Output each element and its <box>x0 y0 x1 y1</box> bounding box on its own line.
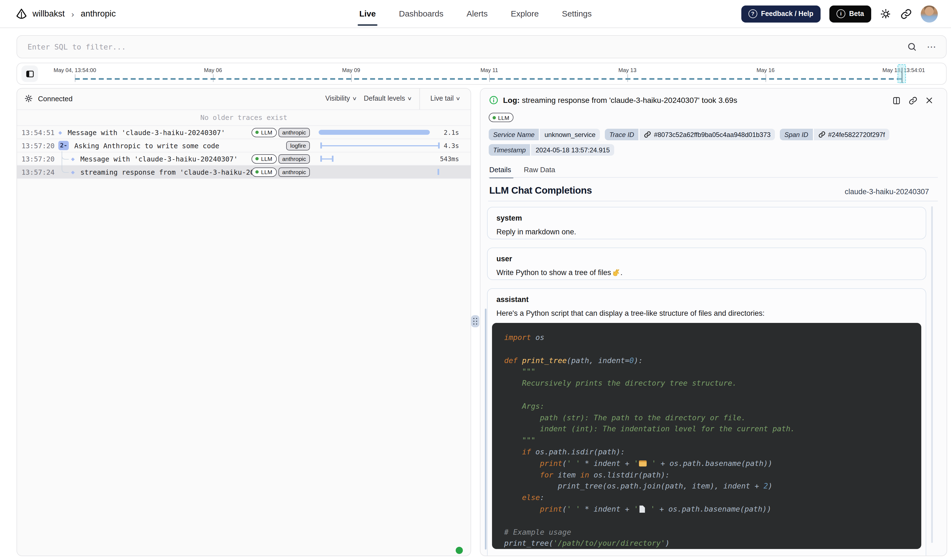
code-line: indent (int): The indentation level for … <box>504 423 909 435</box>
detail-scrollbar-left[interactable] <box>485 309 486 549</box>
trace-timestamp: 13:54:51 <box>22 128 54 137</box>
tag-pill[interactable]: logfire <box>287 141 310 150</box>
trace-row-title: Message with 'claude-3-haiku-20240307' <box>68 128 225 137</box>
trace-row[interactable]: 13:54:51◆Message with 'claude-3-haiku-20… <box>17 126 470 139</box>
tab-explore[interactable]: Explore <box>511 0 539 28</box>
tag-pill[interactable]: anthropic <box>279 167 310 177</box>
model-name: claude-3-haiku-20240307 <box>845 188 929 196</box>
trace-row[interactable]: 13:57:24◆streaming response from 'claude… <box>17 166 470 179</box>
timeline-label: May 16 <box>757 67 775 73</box>
tag-pill[interactable]: anthropic <box>279 128 310 137</box>
log-label: Log: <box>503 96 520 105</box>
timeline-selection-region[interactable] <box>898 65 906 83</box>
trace-timestamp: 13:57:20 <box>22 155 54 163</box>
live-tail-dropdown[interactable]: Live tail∨ <box>430 95 460 102</box>
message-role: system <box>496 214 917 222</box>
timeline-label: May 11 <box>481 67 498 73</box>
duration-bar <box>319 130 430 135</box>
detail-scrollbar[interactable] <box>931 206 933 543</box>
code-line: for item in os.listdir(path): <box>504 469 909 480</box>
search-icon[interactable] <box>907 42 917 52</box>
llm-tag-pill[interactable]: LLM <box>489 113 514 122</box>
chevron-down-icon: ∨ <box>407 96 412 101</box>
settings-gear-icon[interactable] <box>24 94 33 103</box>
trace-list-header: Connected Visibility∨ Default levels∨ Li… <box>17 89 470 110</box>
connection-status: Connected <box>38 95 72 103</box>
more-options-icon[interactable]: ⋯ <box>927 42 937 51</box>
tag-pill[interactable]: anthropic <box>279 154 310 163</box>
tabs-divider <box>488 177 938 178</box>
trace-row-tags: LLManthropic <box>252 154 310 163</box>
log-info-icon <box>489 95 499 105</box>
span-metadata-row2: Timestamp 2024-05-18 13:57:24.915 <box>489 144 614 156</box>
llm-tag-pill[interactable]: LLM <box>252 167 277 177</box>
trace-row-title: Message with 'claude-3-haiku-20240307' <box>80 155 238 163</box>
code-line: """ <box>504 435 909 446</box>
copy-link-icon[interactable] <box>909 96 917 105</box>
section-divider <box>488 201 938 202</box>
code-line <box>504 515 909 526</box>
trace-row-title: streaming response from 'claude-3-haiku-… <box>80 168 263 176</box>
code-line: path (str): The path to the directory or… <box>504 412 909 423</box>
trace-row[interactable]: 13:57:20◆Message with 'claude-3-haiku-20… <box>17 152 470 166</box>
timeline-label: May 06 <box>204 67 222 73</box>
share-link-icon[interactable] <box>900 8 912 20</box>
tree-connector <box>62 165 69 172</box>
tab-raw-data[interactable]: Raw Data <box>524 166 555 178</box>
tab-settings[interactable]: Settings <box>562 0 592 28</box>
message-text: Here's a Python script that can display … <box>496 309 917 317</box>
message-role: assistant <box>496 295 917 304</box>
message-card-system: system Reply in markdown one. <box>487 207 926 239</box>
tab-dashboards[interactable]: Dashboards <box>399 0 444 28</box>
duration-span-cap <box>438 143 440 149</box>
dock-panel-icon[interactable] <box>892 96 901 105</box>
timeline-activity-dashes <box>75 78 902 80</box>
feedback-help-button[interactable]: ? Feedback / Help <box>741 5 820 22</box>
visibility-dropdown[interactable]: Visibility∨ <box>325 95 356 102</box>
llm-tag-pill[interactable]: LLM <box>252 128 277 137</box>
tab-alerts[interactable]: Alerts <box>467 0 488 28</box>
sql-filter-input[interactable] <box>26 42 897 52</box>
duration-span-bar <box>320 158 333 160</box>
default-levels-dropdown[interactable]: Default levels∨ <box>364 95 412 102</box>
nav-actions: ? Feedback / Help i Beta <box>741 0 938 28</box>
header-divider <box>419 89 420 109</box>
span-id-chip[interactable]: Span ID #24fe5822720f297f <box>780 129 889 140</box>
beta-button[interactable]: i Beta <box>829 5 871 22</box>
top-navbar: willbakst › anthropic LiveDashboardsAler… <box>0 0 951 28</box>
llm-tag-pill[interactable]: LLM <box>252 154 277 163</box>
code-line: def print_tree(path, indent=0): <box>504 355 909 366</box>
code-line: # Example usage <box>504 526 909 538</box>
app-window: willbakst › anthropic LiveDashboardsAler… <box>0 0 951 560</box>
folder-emoji <box>639 460 647 466</box>
code-line: if os.path.isdir(path): <box>504 446 909 458</box>
duration-span-cap <box>320 156 322 162</box>
collapse-badge[interactable]: 2- <box>59 141 69 150</box>
code-line: Args: <box>504 400 909 412</box>
theme-toggle-icon[interactable] <box>880 8 892 20</box>
breadcrumb-separator: › <box>71 9 74 18</box>
trace-row[interactable]: 13:57:202-Asking Anthropic to write some… <box>17 139 470 152</box>
python-code-block[interactable]: import os def print_tree(path, indent=0)… <box>492 323 921 549</box>
breadcrumb-org[interactable]: willbakst <box>32 9 65 19</box>
close-icon[interactable] <box>925 96 933 105</box>
panel-resize-handle[interactable] <box>471 315 479 327</box>
timeline-bar[interactable]: May 04, 13:54:00May 06May 09May 11May 13… <box>17 63 946 85</box>
tab-live[interactable]: Live <box>359 0 376 28</box>
user-avatar[interactable] <box>921 5 938 22</box>
tree-connector <box>62 151 69 159</box>
breadcrumb-project[interactable]: anthropic <box>81 9 116 19</box>
code-line: print_tree(os.path.join(path, item), ind… <box>504 480 909 492</box>
span-diamond-icon: ◆ <box>71 155 75 162</box>
trace-list-panel: Connected Visibility∨ Default levels∨ Li… <box>17 88 471 556</box>
duration-span-bar <box>320 145 439 146</box>
file-emoji <box>640 506 645 513</box>
message-card-user: user Write Python to show a tree of file… <box>487 248 926 280</box>
sidebar-toggle-button[interactable] <box>22 65 38 82</box>
logfire-logo-icon[interactable] <box>15 8 28 20</box>
chevron-down-icon: ∨ <box>456 96 461 101</box>
span-diamond-icon: ◆ <box>59 129 62 136</box>
tab-details[interactable]: Details <box>489 166 511 178</box>
span-diamond-icon: ◆ <box>71 168 75 175</box>
trace-id-chip[interactable]: Trace ID #8073c52a62ffb9ba05c4aa948d01b3… <box>605 129 775 140</box>
